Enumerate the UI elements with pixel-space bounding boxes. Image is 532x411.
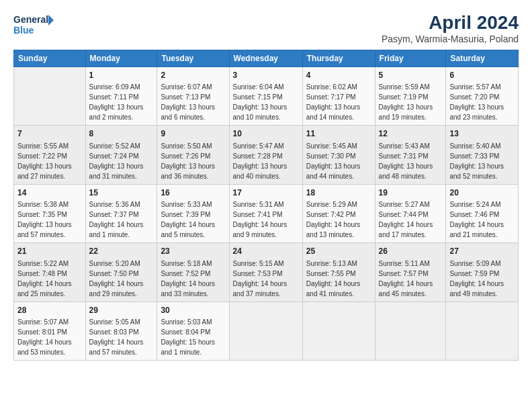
day-info: Sunrise: 6:04 AM Sunset: 7:15 PM Dayligh… (233, 82, 299, 122)
day-info: Sunrise: 5:05 AM Sunset: 8:03 PM Dayligh… (89, 317, 154, 357)
day-number: 10 (233, 128, 299, 140)
day-number: 27 (449, 246, 515, 257)
calendar-cell: 8Sunrise: 5:52 AM Sunset: 7:24 PM Daylig… (85, 126, 157, 184)
day-info: Sunrise: 6:02 AM Sunset: 7:17 PM Dayligh… (306, 82, 371, 122)
day-number: 8 (89, 128, 154, 140)
calendar-cell: 22Sunrise: 5:20 AM Sunset: 7:50 PM Dayli… (85, 243, 157, 302)
day-info: Sunrise: 5:20 AM Sunset: 7:50 PM Dayligh… (89, 259, 154, 299)
page: General Blue April 2024 Pasym, Warmia-Ma… (0, 0, 532, 411)
day-info: Sunrise: 5:45 AM Sunset: 7:30 PM Dayligh… (306, 141, 371, 181)
day-info: Sunrise: 5:18 AM Sunset: 7:52 PM Dayligh… (161, 259, 225, 299)
calendar-cell: 9Sunrise: 5:50 AM Sunset: 7:26 PM Daylig… (157, 126, 229, 184)
day-number: 21 (17, 246, 82, 257)
title-block: April 2024 Pasym, Warmia-Masuria, Poland (382, 12, 519, 44)
day-info: Sunrise: 5:36 AM Sunset: 7:37 PM Dayligh… (89, 199, 154, 240)
day-info: Sunrise: 5:24 AM Sunset: 7:46 PM Dayligh… (449, 199, 515, 240)
day-number: 6 (449, 70, 515, 81)
day-number: 17 (233, 187, 299, 199)
calendar-cell: 21Sunrise: 5:22 AM Sunset: 7:48 PM Dayli… (14, 243, 86, 302)
calendar-day-header: Friday (375, 50, 446, 67)
day-number: 28 (17, 305, 82, 316)
day-info: Sunrise: 5:52 AM Sunset: 7:24 PM Dayligh… (89, 141, 154, 181)
calendar-cell: 28Sunrise: 5:07 AM Sunset: 8:01 PM Dayli… (14, 302, 86, 360)
day-number: 1 (89, 70, 154, 81)
day-info: Sunrise: 5:15 AM Sunset: 7:53 PM Dayligh… (233, 259, 299, 299)
day-info: Sunrise: 5:50 AM Sunset: 7:26 PM Dayligh… (161, 141, 225, 181)
logo: General Blue (13, 12, 54, 38)
calendar-day-header: Wednesday (229, 50, 302, 67)
logo-svg: General Blue (13, 12, 54, 38)
calendar-cell: 3Sunrise: 6:04 AM Sunset: 7:15 PM Daylig… (229, 67, 302, 126)
day-number: 3 (233, 70, 299, 81)
calendar-day-header: Tuesday (157, 50, 229, 67)
day-number: 16 (161, 187, 225, 199)
day-number: 25 (306, 246, 371, 257)
calendar-cell: 13Sunrise: 5:40 AM Sunset: 7:33 PM Dayli… (446, 126, 519, 184)
calendar-cell: 29Sunrise: 5:05 AM Sunset: 8:03 PM Dayli… (85, 302, 157, 360)
day-number: 5 (379, 70, 443, 81)
calendar-cell: 4Sunrise: 6:02 AM Sunset: 7:17 PM Daylig… (302, 67, 375, 126)
day-number: 23 (161, 246, 225, 257)
calendar-week-row: 28Sunrise: 5:07 AM Sunset: 8:01 PM Dayli… (14, 302, 519, 360)
svg-text:Blue: Blue (13, 25, 34, 36)
calendar-cell: 20Sunrise: 5:24 AM Sunset: 7:46 PM Dayli… (446, 184, 519, 242)
calendar-cell (375, 302, 446, 360)
calendar-cell: 6Sunrise: 5:57 AM Sunset: 7:20 PM Daylig… (446, 67, 519, 126)
calendar-day-header: Saturday (446, 50, 519, 67)
day-number: 22 (89, 246, 154, 257)
svg-marker-2 (48, 15, 54, 26)
day-number: 24 (233, 246, 299, 257)
day-info: Sunrise: 5:59 AM Sunset: 7:19 PM Dayligh… (379, 82, 443, 122)
day-info: Sunrise: 5:11 AM Sunset: 7:57 PM Dayligh… (379, 259, 443, 299)
day-number: 29 (89, 305, 154, 316)
header: General Blue April 2024 Pasym, Warmia-Ma… (13, 12, 519, 44)
calendar-week-row: 1Sunrise: 6:09 AM Sunset: 7:11 PM Daylig… (14, 67, 519, 126)
calendar-table: SundayMondayTuesdayWednesdayThursdayFrid… (13, 50, 519, 361)
day-info: Sunrise: 5:31 AM Sunset: 7:41 PM Dayligh… (233, 199, 299, 240)
calendar-cell (302, 302, 375, 360)
calendar-day-header: Thursday (302, 50, 375, 67)
day-info: Sunrise: 5:22 AM Sunset: 7:48 PM Dayligh… (17, 259, 82, 299)
day-info: Sunrise: 5:40 AM Sunset: 7:33 PM Dayligh… (449, 141, 515, 181)
calendar-cell: 30Sunrise: 5:03 AM Sunset: 8:04 PM Dayli… (157, 302, 229, 360)
day-info: Sunrise: 5:43 AM Sunset: 7:31 PM Dayligh… (379, 141, 443, 181)
day-info: Sunrise: 5:09 AM Sunset: 7:59 PM Dayligh… (449, 259, 515, 299)
day-info: Sunrise: 5:03 AM Sunset: 8:04 PM Dayligh… (161, 317, 225, 357)
calendar-day-header: Monday (85, 50, 157, 67)
day-number: 4 (306, 70, 371, 81)
calendar-cell: 18Sunrise: 5:29 AM Sunset: 7:42 PM Dayli… (302, 184, 375, 242)
calendar-cell: 1Sunrise: 6:09 AM Sunset: 7:11 PM Daylig… (85, 67, 157, 126)
calendar-cell: 14Sunrise: 5:38 AM Sunset: 7:35 PM Dayli… (14, 184, 86, 242)
calendar-week-row: 21Sunrise: 5:22 AM Sunset: 7:48 PM Dayli… (14, 243, 519, 302)
day-info: Sunrise: 6:09 AM Sunset: 7:11 PM Dayligh… (89, 82, 154, 122)
day-number: 12 (379, 128, 443, 140)
day-info: Sunrise: 5:47 AM Sunset: 7:28 PM Dayligh… (233, 141, 299, 181)
day-info: Sunrise: 5:27 AM Sunset: 7:44 PM Dayligh… (379, 199, 443, 240)
calendar-cell: 16Sunrise: 5:33 AM Sunset: 7:39 PM Dayli… (157, 184, 229, 242)
day-info: Sunrise: 5:07 AM Sunset: 8:01 PM Dayligh… (17, 317, 82, 357)
calendar-cell: 25Sunrise: 5:13 AM Sunset: 7:55 PM Dayli… (302, 243, 375, 302)
day-number: 11 (306, 128, 371, 140)
day-number: 19 (379, 187, 443, 199)
calendar-cell: 26Sunrise: 5:11 AM Sunset: 7:57 PM Dayli… (375, 243, 446, 302)
calendar-cell (229, 302, 302, 360)
calendar-cell: 17Sunrise: 5:31 AM Sunset: 7:41 PM Dayli… (229, 184, 302, 242)
day-number: 7 (17, 128, 82, 140)
calendar-week-row: 14Sunrise: 5:38 AM Sunset: 7:35 PM Dayli… (14, 184, 519, 242)
day-info: Sunrise: 5:55 AM Sunset: 7:22 PM Dayligh… (17, 141, 82, 181)
day-number: 9 (161, 128, 225, 140)
day-number: 13 (449, 128, 515, 140)
day-info: Sunrise: 5:57 AM Sunset: 7:20 PM Dayligh… (449, 82, 515, 122)
calendar-cell: 12Sunrise: 5:43 AM Sunset: 7:31 PM Dayli… (375, 126, 446, 184)
calendar-cell: 5Sunrise: 5:59 AM Sunset: 7:19 PM Daylig… (375, 67, 446, 126)
calendar-cell: 7Sunrise: 5:55 AM Sunset: 7:22 PM Daylig… (14, 126, 86, 184)
calendar-cell: 19Sunrise: 5:27 AM Sunset: 7:44 PM Dayli… (375, 184, 446, 242)
svg-text:General: General (13, 14, 48, 25)
day-number: 2 (161, 70, 225, 81)
calendar-header-row: SundayMondayTuesdayWednesdayThursdayFrid… (14, 50, 519, 67)
day-info: Sunrise: 5:13 AM Sunset: 7:55 PM Dayligh… (306, 259, 371, 299)
day-number: 30 (161, 305, 225, 316)
calendar-cell: 15Sunrise: 5:36 AM Sunset: 7:37 PM Dayli… (85, 184, 157, 242)
calendar-cell: 10Sunrise: 5:47 AM Sunset: 7:28 PM Dayli… (229, 126, 302, 184)
calendar-cell (14, 67, 86, 126)
